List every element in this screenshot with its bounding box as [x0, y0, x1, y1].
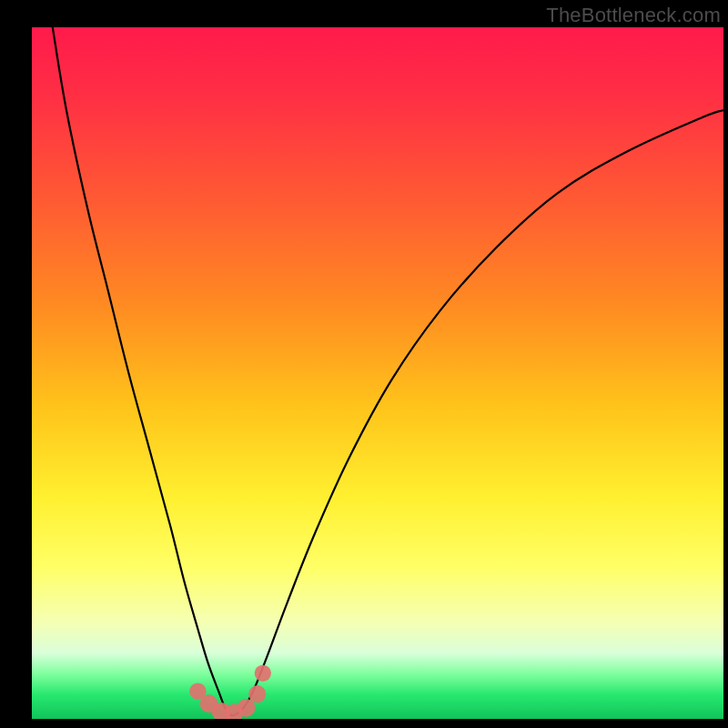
- chart-svg: [32, 27, 723, 719]
- watermark-text: TheBottleneck.com: [546, 4, 721, 27]
- gradient-background: [32, 27, 723, 719]
- plot-area: [32, 27, 723, 719]
- marker-dot: [238, 699, 256, 717]
- outer-frame: TheBottleneck.com: [0, 0, 728, 728]
- marker-dot: [248, 685, 266, 703]
- marker-dot: [255, 665, 271, 682]
